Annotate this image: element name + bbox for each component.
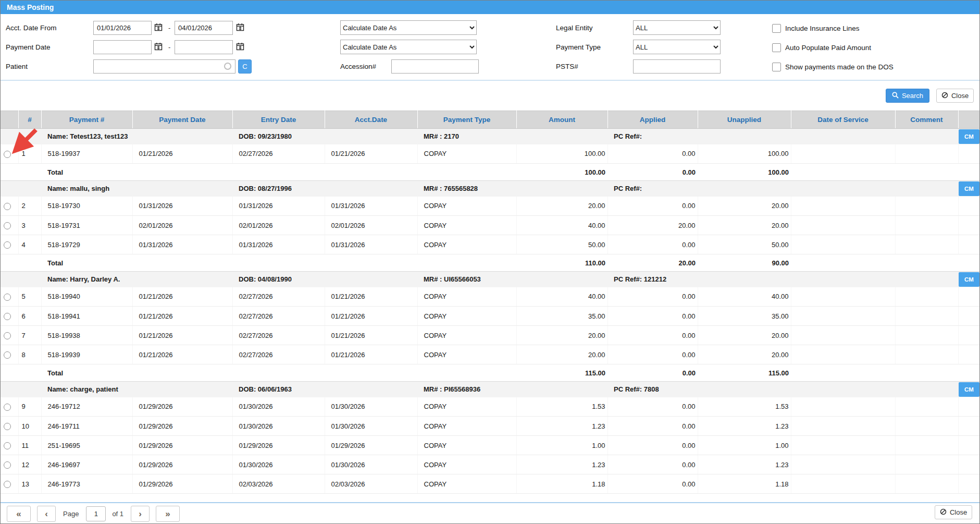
row-select-radio[interactable] xyxy=(4,241,11,249)
payment-row: 1518-1993701/21/202602/27/202601/21/2026… xyxy=(1,144,980,164)
cell-unapplied: 1.18 xyxy=(698,474,791,494)
cell-dos xyxy=(791,474,895,494)
column-header: Payment Type xyxy=(417,111,516,129)
patient-search-input[interactable] xyxy=(93,59,235,74)
cell-dos xyxy=(791,455,895,474)
calendar-icon[interactable] xyxy=(154,41,163,53)
cell-entry-date: 01/30/2026 xyxy=(232,455,325,474)
payment-row: 4518-1972901/31/202601/31/202601/31/2026… xyxy=(1,235,980,254)
show-payments-dos-label: Show payments made on the DOS xyxy=(785,63,894,71)
psts-input[interactable] xyxy=(633,59,721,74)
cell-num: 2 xyxy=(18,197,41,216)
calculate-date-as-select-1[interactable]: Calculate Date As xyxy=(340,20,477,35)
cell-acct-date: 01/31/2026 xyxy=(325,235,417,254)
acct-date-from-input[interactable] xyxy=(93,21,152,35)
cell-payment-date: 01/31/2026 xyxy=(132,235,232,254)
cell-payment-no: 518-19730 xyxy=(41,197,132,216)
row-select-radio[interactable] xyxy=(4,151,11,158)
cell-payment-date: 01/21/2026 xyxy=(132,307,232,326)
close-button-top[interactable]: Close xyxy=(936,89,974,103)
total-label: Total xyxy=(41,254,132,272)
cell-entry-date: 02/27/2026 xyxy=(232,144,325,164)
patient-name: Name: Harry, Darley A. xyxy=(41,272,232,287)
cell-comment xyxy=(895,326,958,345)
date-range-dash: - xyxy=(168,40,170,54)
search-button[interactable]: Search xyxy=(886,89,929,103)
auto-populate-paid-amount-checkbox[interactable] xyxy=(772,43,781,52)
row-select-radio[interactable] xyxy=(4,294,11,301)
cell-entry-date: 01/31/2026 xyxy=(232,235,325,254)
auto-populate-paid-amount-label: Auto Populate Paid Amount xyxy=(785,44,871,52)
show-payments-dos-checkbox[interactable] xyxy=(772,63,781,71)
chevron-right-icon: › xyxy=(139,509,142,519)
row-select-radio[interactable] xyxy=(4,332,11,339)
column-header: Payment Date xyxy=(132,111,232,129)
payment-type-select[interactable]: ALL xyxy=(633,40,721,54)
cell-dos xyxy=(791,436,895,455)
last-page-button[interactable]: » xyxy=(156,506,180,522)
cell-num: 1 xyxy=(18,144,41,164)
cell-payment-date: 02/01/2026 xyxy=(132,216,232,235)
calendar-icon[interactable] xyxy=(154,22,163,33)
row-select-radio[interactable] xyxy=(4,404,11,411)
next-page-button[interactable]: › xyxy=(131,506,150,522)
cell-payment-no: 518-19937 xyxy=(41,144,132,164)
payment-date-to-input[interactable] xyxy=(175,40,233,54)
cm-button[interactable]: CM xyxy=(959,382,979,397)
calculate-date-as-select-2[interactable]: Calculate Date As xyxy=(340,40,477,54)
close-button-bottom[interactable]: Close xyxy=(935,505,972,519)
close-circle-slash-icon xyxy=(941,92,948,100)
cm-button[interactable]: CM xyxy=(959,272,979,287)
clear-circle-icon[interactable] xyxy=(224,63,231,70)
cell-payment-type: COPAY xyxy=(417,197,516,216)
cm-button[interactable]: CM xyxy=(959,181,979,196)
cell-dos xyxy=(791,216,895,235)
cell-payment-no: 518-19940 xyxy=(41,287,132,307)
payment-date-from-input[interactable] xyxy=(93,40,152,54)
first-page-button[interactable]: « xyxy=(7,506,31,522)
patient-name: Name: mallu, singh xyxy=(41,181,232,197)
cell-dos xyxy=(791,345,895,364)
payment-row: 5518-1994001/21/202602/27/202601/21/2026… xyxy=(1,287,980,307)
row-select-radio[interactable] xyxy=(4,461,11,469)
header-select-column xyxy=(1,111,18,129)
cm-button[interactable]: CM xyxy=(959,129,979,144)
acct-date-to-input[interactable] xyxy=(175,21,233,35)
column-header: # xyxy=(18,111,41,129)
row-select-radio[interactable] xyxy=(4,222,11,229)
cell-payment-type: COPAY xyxy=(417,455,516,474)
row-select-radio[interactable] xyxy=(4,481,11,488)
cell-payment-no: 251-19695 xyxy=(41,436,132,455)
row-select-radio[interactable] xyxy=(4,203,11,210)
cell-entry-date: 01/29/2026 xyxy=(232,436,325,455)
cell-amount: 35.00 xyxy=(516,307,607,326)
row-select-radio[interactable] xyxy=(4,313,11,320)
cell-num: 11 xyxy=(18,436,41,455)
row-select-radio[interactable] xyxy=(4,351,11,359)
calendar-icon[interactable] xyxy=(235,41,245,53)
patient-c-button[interactable]: C xyxy=(238,59,252,74)
window-title: Mass Posting xyxy=(7,3,54,11)
calendar-icon[interactable] xyxy=(235,22,245,33)
cell-payment-no: 518-19939 xyxy=(41,345,132,364)
accession-input[interactable] xyxy=(391,59,479,74)
legal-entity-select[interactable]: ALL xyxy=(633,20,721,35)
cell-num: 7 xyxy=(18,326,41,345)
include-insurance-lines-checkbox[interactable] xyxy=(772,24,781,33)
total-label: Total xyxy=(41,164,132,181)
cell-num: 10 xyxy=(18,417,41,436)
cell-amount: 1.00 xyxy=(516,436,607,455)
column-header: Date of Service xyxy=(791,111,895,129)
cell-entry-date: 02/27/2026 xyxy=(232,307,325,326)
cell-amount: 1.23 xyxy=(516,455,607,474)
cell-unapplied: 40.00 xyxy=(698,287,791,307)
page-number-input[interactable] xyxy=(86,506,106,521)
cell-dos xyxy=(791,397,895,417)
row-select-radio[interactable] xyxy=(4,442,11,449)
total-applied: 0.00 xyxy=(607,164,698,181)
patient-group-row: Name: mallu, singhDOB: 08/27/1996MR# : 7… xyxy=(1,181,980,197)
previous-page-button[interactable]: ‹ xyxy=(37,506,56,522)
cell-applied: 0.00 xyxy=(607,345,698,364)
row-select-radio[interactable] xyxy=(4,423,11,430)
total-applied: 20.00 xyxy=(607,254,698,272)
